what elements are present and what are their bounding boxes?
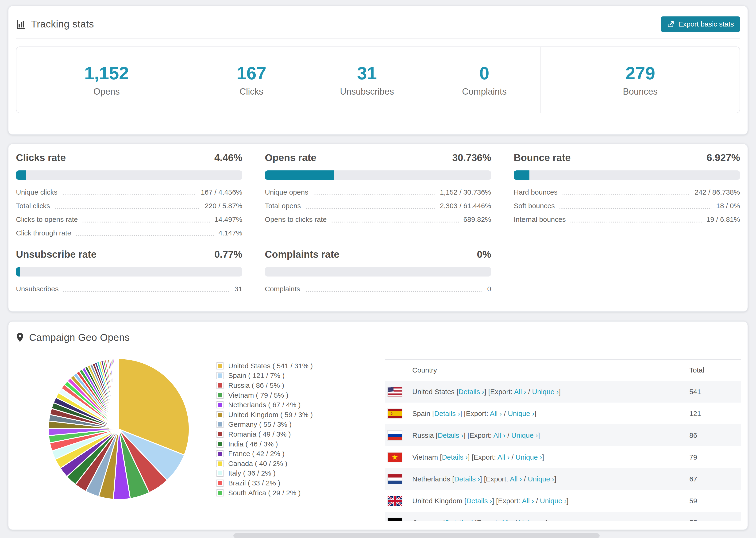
details-link[interactable]: Details ›	[442, 453, 468, 461]
details-link[interactable]: Details ›	[466, 497, 492, 505]
rate-progress-fill	[265, 170, 334, 180]
legend-item-romania[interactable]: Romania ( 49 / 3% )	[217, 429, 313, 439]
geo-row-total: 59	[689, 497, 741, 505]
rate-row-label: Hard bounces	[514, 186, 562, 199]
legend-swatch	[217, 441, 223, 447]
legend-item-united-kingdom[interactable]: United Kingdom ( 59 / 3% )	[217, 410, 313, 420]
details-link[interactable]: Details ›	[434, 409, 460, 417]
country-name: Spain	[412, 409, 430, 417]
export-all-link[interactable]: All ›	[510, 475, 522, 483]
export-all-link[interactable]: All ›	[490, 409, 502, 417]
flag-es	[388, 409, 402, 418]
country-name: Germany	[412, 519, 441, 521]
export-unique-link[interactable]: Unique ›	[519, 519, 545, 521]
rate-row: Unique clicks167 / 4.456%	[16, 186, 242, 199]
stat-label: Bounces	[623, 86, 658, 97]
legend-item-canada[interactable]: Canada ( 40 / 2% )	[217, 459, 313, 468]
tracking-stats-title: Tracking stats	[16, 19, 94, 30]
rate-row-value: 14.497%	[210, 213, 242, 226]
export-unique-link[interactable]: Unique ›	[508, 409, 534, 417]
legend-item-united-states[interactable]: United States ( 541 / 31% )	[217, 361, 313, 371]
rate-progress-bar	[514, 170, 740, 180]
rate-block-bounce-rate: Bounce rate6.927%Hard bounces242 / 86.73…	[514, 152, 740, 240]
rate-title: Clicks rate	[16, 152, 66, 164]
flag-de	[388, 518, 402, 521]
rate-row-value: 19 / 6.81%	[702, 213, 740, 226]
rate-progress-fill	[16, 170, 26, 180]
geo-row-country: Russia [Details ›] [Export: All › / Uniq…	[412, 431, 689, 439]
stats-grid: 1,152Opens167Clicks31Unsubscribes0Compla…	[16, 46, 740, 113]
rate-row-value: 689.82%	[459, 213, 491, 226]
export-unique-link[interactable]: Unique ›	[512, 431, 538, 439]
export-basic-stats-button[interactable]: Export basic stats	[661, 17, 740, 32]
legend-item-russia[interactable]: Russia ( 86 / 5% )	[217, 381, 313, 390]
legend-item-brazil[interactable]: Brazil ( 33 / 2% )	[217, 478, 313, 488]
rate-row-value: 220 / 5.87%	[200, 199, 242, 213]
export-all-link[interactable]: All ›	[514, 388, 526, 396]
stat-label: Complaints	[462, 86, 507, 97]
geo-row-total: 67	[689, 475, 741, 483]
legend-item-france[interactable]: France ( 42 / 2% )	[217, 449, 313, 459]
stat-opens: 1,152Opens	[17, 47, 197, 113]
legend-swatch	[217, 372, 223, 379]
legend-item-spain[interactable]: Spain ( 121 / 7% )	[217, 371, 313, 381]
legend-item-netherlands[interactable]: Netherlands ( 67 / 4% )	[217, 400, 313, 410]
export-all-link[interactable]: All ›	[493, 431, 506, 439]
legend-swatch	[217, 480, 223, 486]
export-all-link[interactable]: All ›	[522, 497, 534, 505]
horizontal-scrollbar-thumb[interactable]	[233, 533, 600, 538]
geo-row-total: 541	[689, 388, 741, 396]
rate-row-label: Total opens	[265, 199, 305, 213]
legend-swatch	[217, 490, 223, 496]
legend-swatch	[217, 363, 223, 369]
rate-title: Opens rate	[265, 152, 316, 164]
details-link[interactable]: Details ›	[459, 388, 484, 396]
stat-complaints: 0Complaints	[428, 47, 541, 113]
geo-row-country: Spain [Details ›] [Export: All › / Uniqu…	[412, 409, 689, 418]
rate-row-value: 31	[230, 282, 242, 296]
rate-row-label: Total clicks	[16, 199, 55, 213]
legend-swatch	[217, 412, 223, 418]
export-unique-link[interactable]: Unique ›	[528, 475, 554, 483]
tracking-stats-card: Tracking stats Export basic stats 1,152O…	[8, 6, 748, 135]
map-pin-icon	[16, 333, 24, 343]
rate-title: Bounce rate	[514, 152, 571, 164]
country-name: United States	[412, 388, 455, 396]
export-basic-stats-label: Export basic stats	[678, 20, 734, 28]
rate-row-label: Unsubscribes	[16, 282, 63, 296]
rate-row: Total opens2,303 / 61.446%	[265, 199, 491, 213]
legend-swatch	[217, 431, 223, 437]
details-link[interactable]: Details ›	[454, 475, 480, 483]
export-label: Export:	[466, 409, 488, 417]
export-label: Export:	[490, 388, 513, 396]
rate-block-clicks-rate: Clicks rate4.46%Unique clicks167 / 4.456…	[16, 152, 242, 240]
legend-label: United Kingdom ( 59 / 3% )	[228, 411, 313, 419]
export-unique-link[interactable]: Unique ›	[515, 453, 542, 461]
legend-item-south-africa[interactable]: South Africa ( 29 / 2% )	[217, 488, 313, 498]
geo-title-text: Campaign Geo Opens	[29, 332, 130, 343]
details-link[interactable]: Details ›	[445, 519, 471, 521]
details-link[interactable]: Details ›	[438, 431, 463, 439]
export-unique-link[interactable]: Unique ›	[532, 388, 559, 396]
geo-title: Campaign Geo Opens	[16, 332, 130, 343]
stat-value: 167	[237, 63, 266, 83]
legend-item-italy[interactable]: Italy ( 36 / 2% )	[217, 468, 313, 478]
pie-slice[interactable]	[119, 359, 119, 429]
export-all-link[interactable]: All ›	[498, 453, 510, 461]
tracking-stats-title-text: Tracking stats	[31, 19, 94, 30]
flag-vn	[388, 453, 402, 462]
legend-item-germany[interactable]: Germany ( 55 / 3% )	[217, 420, 313, 430]
stat-label: Unsubscribes	[340, 86, 394, 97]
legend-item-india[interactable]: India ( 46 / 3% )	[217, 439, 313, 449]
rate-percentage: 6.927%	[707, 152, 740, 164]
rate-progress-bar	[265, 267, 491, 277]
geo-pie-chart[interactable]	[46, 356, 191, 502]
country-name: Netherlands	[412, 475, 450, 483]
legend-item-vietnam[interactable]: Vietnam ( 79 / 5% )	[217, 390, 313, 400]
export-all-link[interactable]: All ›	[501, 519, 513, 521]
geo-header-divider	[16, 350, 740, 350]
country-name: Vietnam	[412, 453, 438, 461]
export-unique-link[interactable]: Unique ›	[540, 497, 567, 505]
stat-label: Clicks	[240, 86, 263, 97]
stat-clicks: 167Clicks	[197, 47, 306, 113]
